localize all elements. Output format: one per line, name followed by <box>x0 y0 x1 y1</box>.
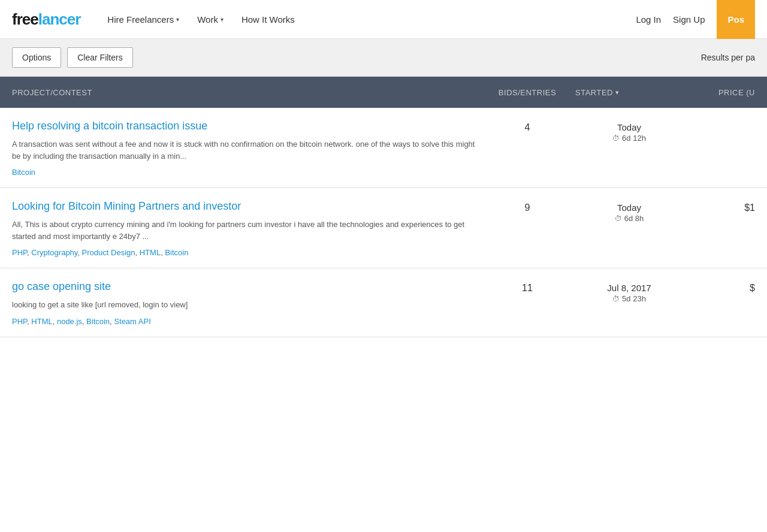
login-link[interactable]: Log In <box>636 14 661 25</box>
project-tag[interactable]: HTML <box>31 317 52 326</box>
project-time-value: 5d 23h <box>622 294 646 303</box>
nav-right: Log In Sign Up Pos <box>636 0 755 39</box>
project-started: Today ⏱ 6d 8h <box>575 200 683 223</box>
project-tags: PHP, HTML, node.js, Bitcoin, Steam API <box>12 317 479 326</box>
project-tags: PHP, Cryptography, Product Design, HTML,… <box>12 248 479 257</box>
clock-icon: ⏱ <box>612 134 620 143</box>
project-price <box>683 120 755 122</box>
signup-link[interactable]: Sign Up <box>673 14 705 25</box>
project-started-date: Today <box>575 122 683 132</box>
project-info: Help resolving a bitcoin transaction iss… <box>12 120 479 177</box>
project-bids-count: 11 <box>479 280 575 294</box>
project-price: $ <box>683 280 755 294</box>
project-tag[interactable]: Bitcoin <box>86 317 110 326</box>
project-tag[interactable]: PHP <box>12 317 27 326</box>
project-description: A transaction was sent without a fee and… <box>12 138 479 162</box>
table-row: go case opening site looking to get a si… <box>0 268 767 337</box>
project-started: Jul 8, 2017 ⏱ 5d 23h <box>575 280 683 303</box>
tag-separator: , <box>135 248 140 257</box>
project-started-date: Jul 8, 2017 <box>575 283 683 293</box>
sort-arrow-icon: ▾ <box>615 89 620 96</box>
project-started: Today ⏱ 6d 12h <box>575 120 683 143</box>
project-title[interactable]: go case opening site <box>12 280 479 293</box>
project-title[interactable]: Help resolving a bitcoin transaction iss… <box>12 120 479 132</box>
brand-free: free <box>12 10 38 28</box>
brand-logo[interactable]: freelancer <box>12 10 80 29</box>
tag-separator: , <box>77 248 81 257</box>
project-description: All, This is about crypto currency minin… <box>12 219 479 242</box>
project-info: go case opening site looking to get a si… <box>12 280 479 326</box>
chevron-down-icon: ▾ <box>221 0 224 39</box>
col-header-title: PROJECT/CONTEST <box>12 88 479 97</box>
table-header: PROJECT/CONTEST BIDS/ENTRIES STARTED ▾ P… <box>0 77 767 108</box>
nav-work[interactable]: Work ▾ <box>188 0 232 39</box>
options-button[interactable]: Options <box>12 47 61 68</box>
project-time-remaining: ⏱ 6d 8h <box>575 214 683 223</box>
project-time-remaining: ⏱ 6d 12h <box>575 134 683 143</box>
project-info: Looking for Bitcoin Mining Partners and … <box>12 200 479 257</box>
clock-icon: ⏱ <box>615 214 622 223</box>
chevron-down-icon: ▾ <box>176 0 179 39</box>
tag-separator: , <box>82 317 86 326</box>
project-tags: Bitcoin <box>12 168 479 177</box>
filter-bar: Options Clear Filters Results per pa <box>0 39 767 77</box>
nav-links: Hire Freelancers ▾ Work ▾ How It Works <box>98 0 636 39</box>
project-tag[interactable]: PHP <box>12 248 27 257</box>
project-tag[interactable]: HTML <box>140 248 161 257</box>
project-bids-count: 4 <box>479 120 575 133</box>
project-tag[interactable]: Bitcoin <box>165 248 188 257</box>
project-tag[interactable]: Product Design <box>82 248 135 257</box>
clear-filters-button[interactable]: Clear Filters <box>67 47 132 68</box>
projects-list: Help resolving a bitcoin transaction iss… <box>0 108 767 337</box>
project-time-value: 6d 12h <box>622 134 646 143</box>
project-title[interactable]: Looking for Bitcoin Mining Partners and … <box>12 200 479 213</box>
col-header-bids: BIDS/ENTRIES <box>479 88 575 97</box>
brand-lancer: lancer <box>38 10 81 28</box>
col-header-price: PRICE (U <box>683 88 755 97</box>
project-description: looking to get a site like [url removed,… <box>12 299 479 311</box>
col-header-started[interactable]: STARTED ▾ <box>575 88 683 97</box>
project-tag[interactable]: Cryptography <box>31 248 77 257</box>
project-price: $1 <box>683 200 755 213</box>
post-button[interactable]: Pos <box>717 0 755 39</box>
project-tag[interactable]: node.js <box>57 317 82 326</box>
project-tag[interactable]: Steam API <box>114 317 150 326</box>
nav-hire-freelancers[interactable]: Hire Freelancers ▾ <box>98 0 188 39</box>
nav-how-it-works[interactable]: How It Works <box>232 0 304 39</box>
tag-separator: , <box>53 317 57 326</box>
project-started-date: Today <box>575 202 683 213</box>
table-row: Help resolving a bitcoin transaction iss… <box>0 108 767 188</box>
project-time-remaining: ⏱ 5d 23h <box>575 294 683 303</box>
table-row: Looking for Bitcoin Mining Partners and … <box>0 188 767 268</box>
clock-icon: ⏱ <box>612 295 620 303</box>
results-per-page-label: Results per pa <box>701 53 755 62</box>
project-tag[interactable]: Bitcoin <box>12 168 35 177</box>
navbar: freelancer Hire Freelancers ▾ Work ▾ How… <box>0 0 767 39</box>
project-time-value: 6d 8h <box>624 214 644 223</box>
project-bids-count: 9 <box>479 200 575 213</box>
